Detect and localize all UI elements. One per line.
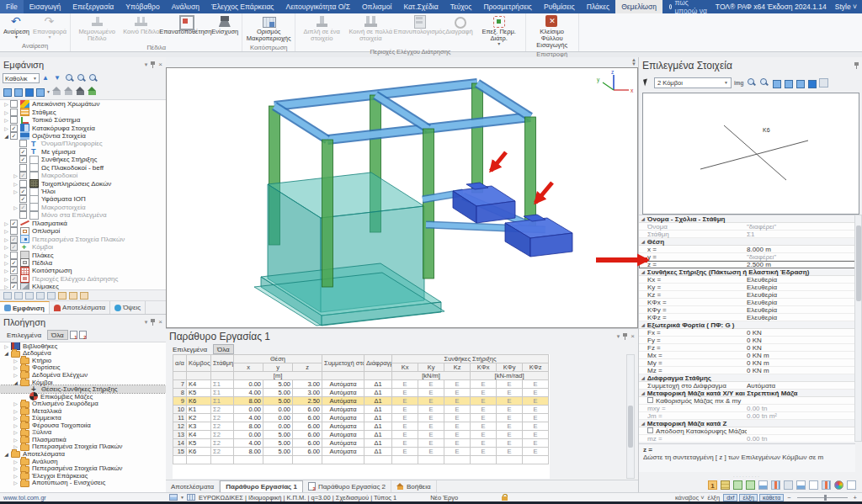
- selection-count-dropdown[interactable]: 2 Κόμβοι▼: [654, 77, 732, 88]
- checkbox[interactable]: [10, 132, 18, 140]
- expander-icon[interactable]: ◢: [12, 379, 19, 385]
- table-cell[interactable]: 6.00: [293, 414, 322, 422]
- column-header[interactable]: [187, 372, 211, 380]
- checkbox[interactable]: [647, 427, 653, 433]
- property-value[interactable]: 8.000 m: [747, 246, 855, 253]
- zoom-slider[interactable]: [797, 497, 848, 498]
- expander-icon[interactable]: ▷: [12, 401, 19, 406]
- table-cell[interactable]: Αυτόματα: [322, 422, 364, 431]
- table-cell[interactable]: 6.00: [293, 439, 322, 448]
- menu-tab-Πλάκες[interactable]: Πλάκες: [581, 0, 615, 13]
- expander-icon[interactable]: ▷: [12, 415, 19, 421]
- img-icon[interactable]: img: [734, 80, 744, 86]
- table-cell[interactable]: Σ1: [211, 397, 234, 406]
- chart-bar-icon[interactable]: [771, 480, 780, 490]
- tree-item[interactable]: ▷Μακροδοκοί: [0, 172, 166, 179]
- property-value[interactable]: Ελευθερία: [747, 306, 855, 314]
- checkbox[interactable]: [10, 275, 18, 283]
- tree-item[interactable]: Όνομα/Πληροφορίες: [0, 140, 166, 147]
- table-cell[interactable]: E: [497, 389, 523, 397]
- table-cell[interactable]: 3.00: [293, 389, 322, 397]
- table-cell[interactable]: 0.00: [234, 380, 263, 389]
- expander-icon[interactable]: ▷: [12, 188, 19, 194]
- table-cell[interactable]: E: [444, 448, 471, 456]
- checkbox[interactable]: [19, 172, 27, 179]
- toggle-dxf[interactable]: dxf: [723, 494, 737, 501]
- expander-icon[interactable]: ◢: [3, 350, 10, 356]
- cube-solid-icon[interactable]: [807, 78, 817, 88]
- column-header[interactable]: Διάφραγμα: [364, 355, 392, 372]
- sheet-1-icon[interactable]: 1: [708, 480, 717, 490]
- expander-icon[interactable]: ▷: [3, 117, 10, 123]
- column-header[interactable]: [kN/m]: [392, 372, 471, 380]
- table-cell[interactable]: K2: [187, 414, 211, 422]
- table-cell[interactable]: E: [444, 380, 471, 389]
- property-value[interactable]: Αυτόματα: [747, 382, 855, 390]
- checkbox[interactable]: [19, 211, 27, 219]
- expander-icon[interactable]: ▷: [3, 343, 10, 349]
- checkbox[interactable]: [10, 109, 18, 116]
- checkbox[interactable]: [19, 148, 27, 156]
- table-cell[interactable]: E: [471, 406, 497, 414]
- property-value[interactable]: 0 KN m: [747, 359, 855, 367]
- export-green-icon[interactable]: [733, 480, 742, 490]
- tree-item[interactable]: ▷Τοπικό Σύστημα: [0, 116, 166, 124]
- doc-plain-icon[interactable]: [809, 480, 818, 490]
- tree-item[interactable]: ▷Τοιχοπληρώσεις Δοκών: [0, 179, 166, 187]
- tree-item[interactable]: ▷Κλίμακες: [0, 283, 166, 290]
- table-cell[interactable]: 12: [173, 422, 187, 431]
- sheet-1-icon[interactable]: [70, 331, 77, 339]
- menu-tab-Εισαγωγή[interactable]: Εισαγωγή: [24, 0, 67, 13]
- column-header[interactable]: Κόμβος: [187, 355, 211, 372]
- code-settings[interactable]: ΕΥΡΩΚΩΔΙΚΕΣ | Ιδιομορφική | Κ.Π.Μ. | q=3…: [199, 494, 396, 501]
- property-value[interactable]: 0 KN m: [747, 367, 855, 374]
- table-cell[interactable]: Σ2: [211, 439, 234, 448]
- table-cell[interactable]: E: [497, 380, 523, 389]
- table-cell[interactable]: Αυτόματα: [322, 397, 364, 406]
- checkbox[interactable]: [10, 259, 18, 267]
- table-cell[interactable]: 6.00: [293, 448, 322, 456]
- pin-icon[interactable]: [854, 62, 859, 69]
- table-cell[interactable]: E: [444, 422, 471, 431]
- table-cell[interactable]: 8.00: [234, 448, 263, 456]
- select-props-icon[interactable]: [47, 292, 56, 300]
- checkbox[interactable]: [19, 180, 27, 188]
- table-cell[interactable]: 0.00: [263, 422, 293, 431]
- table-cell[interactable]: E: [523, 439, 549, 448]
- column-header[interactable]: y: [263, 363, 293, 372]
- up-arrow-icon[interactable]: [41, 73, 51, 83]
- table-cell[interactable]: Δ1: [364, 439, 392, 448]
- table-cell[interactable]: Αυτόματα: [322, 389, 364, 397]
- cube-wire-3-icon[interactable]: [795, 78, 805, 88]
- menu-tab-File[interactable]: File: [0, 0, 24, 13]
- close-icon[interactable]: ×: [158, 318, 162, 326]
- table-cell[interactable]: E: [418, 431, 444, 439]
- menu-tab-Προσμετρήσεις[interactable]: Προσμετρήσεις: [477, 0, 538, 13]
- table-cell[interactable]: E: [471, 397, 497, 406]
- work-tab-Επιλεγμένα[interactable]: Επιλεγμένα: [168, 344, 211, 354]
- table-cell[interactable]: 10: [173, 406, 187, 414]
- table-cell[interactable]: E: [523, 422, 549, 431]
- table-cell[interactable]: Αυτόματα: [322, 406, 364, 414]
- table-cell[interactable]: 15: [173, 448, 187, 456]
- table-cell[interactable]: E: [444, 414, 471, 422]
- doc-tab-Παράθυρο Εργασίας 2[interactable]: Παράθυρο Εργασίας 2: [303, 480, 391, 493]
- checkbox[interactable]: [10, 243, 18, 251]
- table-cell[interactable]: E: [497, 406, 523, 414]
- table-cell[interactable]: Δ1: [364, 389, 392, 397]
- Επεξ. Περμ. Διάτρ.-button[interactable]: Επεξ. Περμ. Διάτρ.▾: [475, 14, 524, 47]
- expander-icon[interactable]: ▷: [3, 109, 10, 115]
- table-cell[interactable]: E: [497, 397, 523, 406]
- tree-item[interactable]: Ως Πλακοδοκοί - beff: [0, 164, 166, 172]
- checkbox[interactable]: [19, 140, 27, 147]
- table-cell[interactable]: E: [523, 414, 549, 422]
- table-cell[interactable]: E: [444, 389, 471, 397]
- tree-item[interactable]: ▷Κόμβοι: [0, 243, 166, 251]
- export-edit-icon[interactable]: [746, 480, 755, 490]
- table-cell[interactable]: 13: [173, 431, 187, 439]
- website-link[interactable]: www.tol.com.gr: [0, 494, 166, 501]
- more-icon[interactable]: [847, 480, 856, 490]
- property-value[interactable]: Ελευθερία: [747, 291, 855, 299]
- zoom-in[interactable]: +: [854, 494, 857, 501]
- home-view-1-icon[interactable]: [52, 87, 62, 96]
